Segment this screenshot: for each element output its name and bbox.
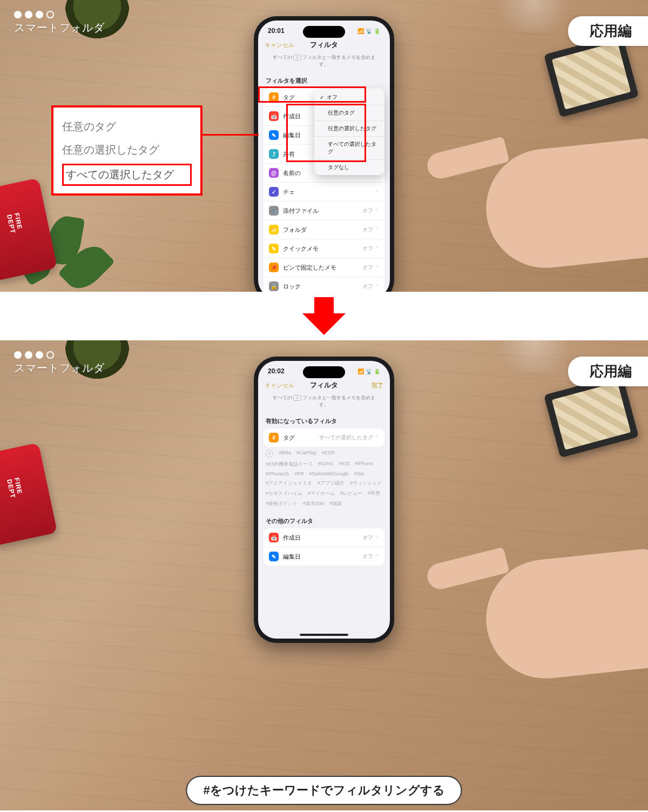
row-label: ロック [283, 283, 362, 291]
status-time: 20:02 [268, 367, 285, 375]
chevron-icon: ⌃ [375, 246, 379, 251]
row-label: フォルダ [283, 226, 362, 234]
tag-chip[interactable]: #雑談 [329, 500, 342, 507]
chapter-badge: 応用編 [568, 357, 648, 386]
row-value: オフ [362, 207, 373, 214]
row-value: オフ [362, 283, 373, 290]
tag-chip[interactable]: #iPhone [355, 461, 373, 468]
tag-chip[interactable]: #ウィジェット [350, 480, 382, 487]
check-icon: ✓ [320, 95, 324, 100]
row-value: オフ [362, 226, 373, 233]
status-icons: 📶 📡 🔋 [357, 28, 380, 34]
tag-chip[interactable]: #ESR [322, 450, 335, 458]
filter-row[interactable]: ✎ 編集日 オフ ⌃ [264, 547, 384, 566]
popover-option[interactable]: 任意の選択したタグ [314, 121, 384, 137]
row-icon: ✎ [269, 552, 279, 561]
done-button[interactable]: 完了 [372, 381, 383, 390]
chevron-icon: ⌃ [375, 535, 379, 540]
filter-row[interactable]: 📁 フォルダ オフ ⌃ [264, 220, 384, 239]
tag-chip[interactable]: #IIJmio [318, 461, 334, 468]
phone-device: 20:01 📶 📡 🔋 キャンセル フィルタ すべての☆フィルタと一致するメモを… [254, 16, 394, 292]
prop-fire-truck [0, 442, 57, 546]
filter-row[interactable]: 🔒 ロック オフ ⌃ [264, 277, 384, 292]
row-icon: 🔒 [269, 281, 279, 291]
filter-row[interactable]: ✓ チェ ⌃ [264, 183, 384, 202]
add-tag-button[interactable]: + [266, 450, 273, 458]
popover-option[interactable]: タグなし [314, 160, 384, 175]
step-separator [0, 292, 648, 340]
chevron-icon: ⌃ [375, 189, 379, 194]
match-mode-toggle[interactable]: ☆ [293, 395, 301, 401]
row-icon: # [269, 92, 279, 102]
filter-row[interactable]: 📅 作成日 オフ ⌃ [264, 528, 384, 547]
tag-chip[interactable]: #アプリ紹介 [318, 480, 345, 487]
hand-pointing [437, 519, 648, 670]
tag-chip[interactable]: #CarPlay [296, 450, 316, 458]
cancel-button[interactable]: キャンセル [265, 41, 294, 49]
filter-description: すべての☆フィルタと一致するメモを含めます。 [258, 54, 390, 72]
dynamic-island [303, 26, 345, 38]
chevron-icon: ⌃ [375, 265, 379, 270]
tag-chip[interactable]: #アイアイジェイミオ [266, 480, 312, 487]
row-icon: ✓ [269, 187, 279, 197]
series-title: スマートフォルダ [14, 351, 105, 375]
nav-bar: キャンセル フィルタ 完了 [258, 377, 390, 394]
tag-chip[interactable]: #セキスイハイム [266, 490, 302, 497]
chapter-badge: 応用編 [568, 16, 648, 46]
tag-chip[interactable]: #iPhone15 [266, 471, 289, 477]
prop-glass [491, 340, 578, 373]
series-label: スマートフォルダ [14, 21, 105, 35]
popover-option[interactable]: すべての選択したタグ [314, 137, 384, 160]
tag-chip[interactable]: #後悔ポイント [266, 500, 298, 507]
tag-chip[interactable]: #Bitta [279, 450, 291, 458]
home-indicator [300, 634, 348, 636]
filter-row[interactable]: 📌 ピンで固定したメモ オフ ⌃ [264, 258, 384, 277]
progress-dots [14, 351, 105, 359]
row-value: すべての選択したタグ [319, 434, 373, 441]
filter-row[interactable]: ✎ クイックメモ オフ ⌃ [264, 239, 384, 258]
chevron-icon: ⌃ [375, 554, 379, 559]
row-value: オフ [362, 264, 373, 271]
series-label: スマートフォルダ [14, 361, 105, 375]
tag-chip[interactable]: #PR [294, 471, 304, 477]
other-filter-list: 📅 作成日 オフ ⌃✎ 編集日 オフ ⌃ [264, 528, 384, 566]
row-icon: @ [269, 168, 279, 178]
tag-chip[interactable]: #SaferWithGoogle [309, 471, 349, 477]
panel-before: スマートフォルダ 応用編 任意のタグ 任意の選択したタグ すべての選択したタグ … [0, 0, 648, 292]
status-icons: 📶 📡 🔋 [357, 368, 380, 374]
popover-option[interactable]: ✓オフ [314, 90, 384, 105]
popover-option[interactable]: 任意のタグ [314, 105, 384, 121]
nav-bar: キャンセル フィルタ [258, 37, 390, 54]
chevron-icon: ⌃ [375, 208, 379, 213]
filter-description: すべての☆フィルタと一致するメモを含めます。 [258, 394, 390, 413]
status-time: 20:01 [268, 27, 285, 35]
caption-text: #をつけたキーワードでフィルタリングする [186, 776, 462, 805]
row-value: オフ [362, 553, 373, 560]
chevron-icon: ⌃ [375, 227, 379, 232]
tag-chip[interactable]: #ESR携帯電話ケース [266, 461, 313, 468]
callout-opt-any-selected: 任意の選択したタグ [62, 138, 192, 162]
phone-screen: 20:02 📶 📡 🔋 キャンセル フィルタ 完了 すべての☆フィルタと一致する… [258, 361, 390, 639]
tag-chip[interactable]: #iOS [339, 461, 350, 468]
phone-screen: 20:01 📶 📡 🔋 キャンセル フィルタ すべての☆フィルタと一致するメモを… [258, 21, 390, 292]
tag-chip[interactable]: #平屋 [368, 490, 380, 497]
filter-row[interactable]: 📎 添付ファイル オフ ⌃ [264, 202, 384, 220]
row-label: 添付ファイル [283, 207, 362, 215]
tag-chip[interactable]: #レビュー [340, 490, 362, 497]
row-icon: ✎ [269, 130, 279, 140]
filter-row-tag[interactable]: # タグ すべての選択したタグ ⌃ [264, 428, 384, 447]
series-title: スマートフォルダ [14, 11, 105, 35]
row-icon: 📅 [269, 111, 279, 121]
progress-dots [14, 11, 105, 18]
match-mode-toggle[interactable]: ☆ [293, 55, 301, 61]
callout-opt-all-selected: すべての選択したタグ [66, 166, 188, 183]
tag-chip-cloud: +#Bitta#CarPlay#ESR#ESR携帯電話ケース#IIJmio#iO… [258, 447, 390, 513]
prop-tray [544, 374, 639, 458]
row-label: チェ [283, 188, 373, 196]
section-active-filters: 有効になっているフィルタ [258, 413, 390, 428]
tag-chip[interactable]: #Siri [354, 471, 364, 477]
panel-after: スマートフォルダ 応用編 20:02 📶 📡 🔋 キャンセル フィルタ 完了 す… [0, 340, 648, 810]
tag-chip[interactable]: #楽天SIM [303, 500, 324, 507]
tag-chip[interactable]: #マイホーム [308, 490, 335, 497]
cancel-button[interactable]: キャンセル [265, 381, 294, 390]
